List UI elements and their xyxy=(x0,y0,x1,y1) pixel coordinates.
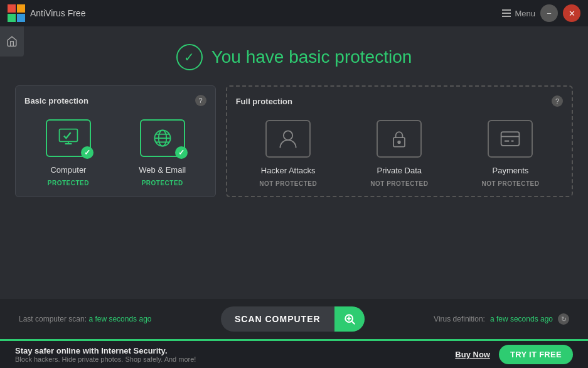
hacker-attacks-item-status: NOT PROTECTED xyxy=(259,180,317,187)
private-data-icon xyxy=(388,127,410,150)
basic-panel-header: Basic protection ? xyxy=(24,95,206,106)
close-button[interactable]: ✕ xyxy=(563,4,580,22)
scan-button-icon xyxy=(334,306,365,332)
basic-items-row: ✓ Computer PROTECTED xyxy=(24,116,206,187)
sidebar-home-button[interactable] xyxy=(0,26,24,57)
bottom-bar: Last computer scan: a few seconds ago SC… xyxy=(0,299,588,339)
computer-icon xyxy=(57,127,80,149)
content-area: ✓ You have basic protection Basic protec… xyxy=(0,26,588,368)
scan-icon xyxy=(343,313,356,325)
panels-container: Basic protection ? ✓ xyxy=(0,85,588,197)
hamburger-icon xyxy=(502,9,511,17)
web-email-check-badge: ✓ xyxy=(175,146,188,159)
payments-protection-item[interactable]: Payments NOT PROTECTED xyxy=(458,117,563,187)
svg-point-10 xyxy=(284,131,292,139)
computer-check-badge: ✓ xyxy=(81,146,94,159)
scan-time: a few seconds ago xyxy=(88,315,151,323)
web-email-icon-wrap: ✓ xyxy=(137,116,188,160)
private-data-protection-item[interactable]: Private Data NOT PROTECTED xyxy=(347,117,452,187)
web-email-item-name: Web & Email xyxy=(139,165,186,175)
menu-label: Menu xyxy=(515,9,535,18)
try-free-button[interactable]: TRY IT FREE xyxy=(499,345,573,364)
payments-icon-wrap xyxy=(485,117,535,161)
payments-item-name: Payments xyxy=(493,166,529,175)
computer-icon-wrap: ✓ xyxy=(43,116,94,160)
payments-icon-bg xyxy=(488,120,533,158)
svg-line-18 xyxy=(351,322,355,325)
basic-help-button[interactable]: ? xyxy=(195,95,206,106)
svg-rect-2 xyxy=(8,14,16,22)
payments-item-status: NOT PROTECTED xyxy=(481,180,539,187)
last-scan-info: Last computer scan: a few seconds ago xyxy=(19,315,151,323)
svg-rect-1 xyxy=(17,4,25,13)
avg-logo: AntiVirus Free xyxy=(8,4,85,22)
home-icon xyxy=(6,36,18,47)
promo-text: Stay safer online with Internet Security… xyxy=(15,346,442,363)
menu-button[interactable]: Menu xyxy=(502,9,535,18)
svg-rect-3 xyxy=(17,14,25,22)
hacker-attacks-icon-wrap xyxy=(263,117,313,161)
computer-protection-item[interactable]: ✓ Computer PROTECTED xyxy=(24,116,112,187)
private-data-icon-wrap xyxy=(374,117,424,161)
hacker-attacks-icon xyxy=(277,127,299,150)
svg-rect-13 xyxy=(501,132,520,146)
computer-item-status: PROTECTED xyxy=(48,180,89,187)
scan-button-wrap: SCAN COMPUTER xyxy=(164,306,421,332)
virus-time: a few seconds ago xyxy=(490,315,553,323)
buy-now-button[interactable]: Buy Now xyxy=(455,350,490,359)
web-email-protection-item[interactable]: ✓ Web & Email PROTECTED xyxy=(119,116,206,187)
private-data-icon-bg xyxy=(377,120,422,158)
basic-protection-panel: Basic protection ? ✓ xyxy=(15,85,216,197)
virus-label: Virus definition: xyxy=(434,315,485,323)
hacker-attacks-icon-bg xyxy=(265,120,311,158)
web-email-icon xyxy=(151,127,174,149)
svg-rect-0 xyxy=(8,4,16,13)
payments-icon xyxy=(499,127,521,150)
full-panel-header: Full protection ? xyxy=(236,95,563,107)
scan-label: Last computer scan: xyxy=(19,315,87,323)
scan-button-label: SCAN COMPUTER xyxy=(221,308,334,330)
computer-item-name: Computer xyxy=(50,165,86,175)
header-status: ✓ You have basic protection xyxy=(176,44,412,70)
scan-button[interactable]: SCAN COMPUTER xyxy=(221,306,365,332)
avg-logo-icon xyxy=(8,4,25,22)
status-circle: ✓ xyxy=(176,44,203,70)
hacker-attacks-item-name: Hacker Attacks xyxy=(261,166,316,175)
hacker-attacks-protection-item[interactable]: Hacker Attacks NOT PROTECTED xyxy=(236,117,341,187)
promo-main-text: Stay safer online with Internet Security… xyxy=(15,346,442,355)
app-title: AntiVirus Free xyxy=(30,8,85,18)
header-section: ✓ You have basic protection xyxy=(0,26,588,85)
full-items-row: Hacker Attacks NOT PROTECTED xyxy=(236,117,563,187)
full-protection-panel: Full protection ? Hacker Attacks xyxy=(226,85,573,197)
promo-actions: Buy Now TRY IT FREE xyxy=(455,345,573,364)
full-help-button[interactable]: ? xyxy=(552,95,563,107)
promo-sub-text: Block hackers. Hide private photos. Shop… xyxy=(15,355,442,363)
private-data-item-name: Private Data xyxy=(377,166,422,175)
web-email-item-status: PROTECTED xyxy=(142,180,183,187)
promo-bar: Stay safer online with Internet Security… xyxy=(0,339,588,368)
title-bar-controls: Menu − ✕ xyxy=(502,4,580,22)
header-title: You have basic protection xyxy=(211,47,412,67)
title-bar: AntiVirus Free Menu − ✕ xyxy=(0,0,588,26)
status-check-icon: ✓ xyxy=(184,50,195,65)
svg-point-12 xyxy=(398,141,401,144)
basic-panel-title: Basic protection xyxy=(24,96,88,106)
virus-definition-info: Virus definition: a few seconds ago ↻ xyxy=(434,313,569,325)
minimize-button[interactable]: − xyxy=(540,4,558,22)
private-data-item-status: NOT PROTECTED xyxy=(370,180,428,187)
refresh-icon[interactable]: ↻ xyxy=(558,313,569,325)
full-panel-title: Full protection xyxy=(236,97,292,106)
